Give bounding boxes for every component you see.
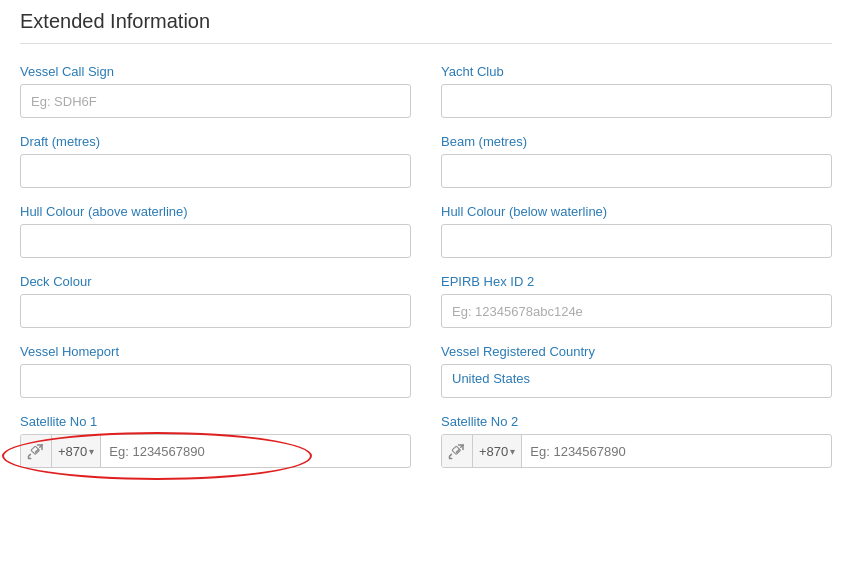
- satellite-no1-code-btn[interactable]: +870 ▾: [52, 435, 101, 467]
- chevron-down-icon-2: ▾: [510, 446, 515, 457]
- satellite-no1-code: +870: [58, 444, 87, 459]
- satellite-no2-input[interactable]: [522, 444, 831, 459]
- satellite-no2-code-btn[interactable]: +870 ▾: [473, 435, 522, 467]
- satellite-no2-phone-group: +870 ▾: [441, 434, 832, 468]
- vessel-registered-country-label: Vessel Registered Country: [441, 344, 832, 359]
- yacht-club-label: Yacht Club: [441, 64, 832, 79]
- page-container: Extended Information Vessel Call Sign Ya…: [0, 0, 852, 488]
- hull-colour-below-input[interactable]: [441, 224, 832, 258]
- satellite-no1-phone-group: +870 ▾: [20, 434, 411, 468]
- vessel-homeport-label: Vessel Homeport: [20, 344, 411, 359]
- hull-colour-above-group: Hull Colour (above waterline): [20, 204, 411, 258]
- satellite-no1-group: Satellite No 1 +870 ▾: [20, 414, 411, 468]
- epirb-hex-id-group: EPIRB Hex ID 2: [441, 274, 832, 328]
- vessel-call-sign-group: Vessel Call Sign: [20, 64, 411, 118]
- beam-group: Beam (metres): [441, 134, 832, 188]
- satellite-icon-2: [448, 442, 466, 460]
- vessel-homeport-group: Vessel Homeport: [20, 344, 411, 398]
- satellite-no2-code: +870: [479, 444, 508, 459]
- satellite-icon: [27, 442, 45, 460]
- satellite-no2-label: Satellite No 2: [441, 414, 832, 429]
- draft-label: Draft (metres): [20, 134, 411, 149]
- satellite-no1-input[interactable]: [101, 444, 410, 459]
- deck-colour-input[interactable]: [20, 294, 411, 328]
- hull-colour-above-input[interactable]: [20, 224, 411, 258]
- draft-input[interactable]: [20, 154, 411, 188]
- draft-group: Draft (metres): [20, 134, 411, 188]
- yacht-club-group: Yacht Club: [441, 64, 832, 118]
- satellite-no2-group: Satellite No 2 +870 ▾: [441, 414, 832, 468]
- epirb-hex-id-input[interactable]: [441, 294, 832, 328]
- vessel-call-sign-input[interactable]: [20, 84, 411, 118]
- hull-colour-below-group: Hull Colour (below waterline): [441, 204, 832, 258]
- vessel-registered-country-value[interactable]: United States: [441, 364, 832, 398]
- yacht-club-input[interactable]: [441, 84, 832, 118]
- vessel-homeport-input[interactable]: [20, 364, 411, 398]
- beam-input[interactable]: [441, 154, 832, 188]
- hull-colour-below-label: Hull Colour (below waterline): [441, 204, 832, 219]
- epirb-hex-id-label: EPIRB Hex ID 2: [441, 274, 832, 289]
- satellite-no1-label: Satellite No 1: [20, 414, 411, 429]
- form-grid: Vessel Call Sign Yacht Club Draft (metre…: [20, 64, 832, 468]
- beam-label: Beam (metres): [441, 134, 832, 149]
- hull-colour-above-label: Hull Colour (above waterline): [20, 204, 411, 219]
- vessel-call-sign-label: Vessel Call Sign: [20, 64, 411, 79]
- satellite-no1-icon-btn[interactable]: [21, 435, 52, 467]
- deck-colour-group: Deck Colour: [20, 274, 411, 328]
- deck-colour-label: Deck Colour: [20, 274, 411, 289]
- satellite-no2-icon-btn[interactable]: [442, 435, 473, 467]
- vessel-registered-country-group: Vessel Registered Country United States: [441, 344, 832, 398]
- chevron-down-icon: ▾: [89, 446, 94, 457]
- section-title: Extended Information: [20, 10, 832, 44]
